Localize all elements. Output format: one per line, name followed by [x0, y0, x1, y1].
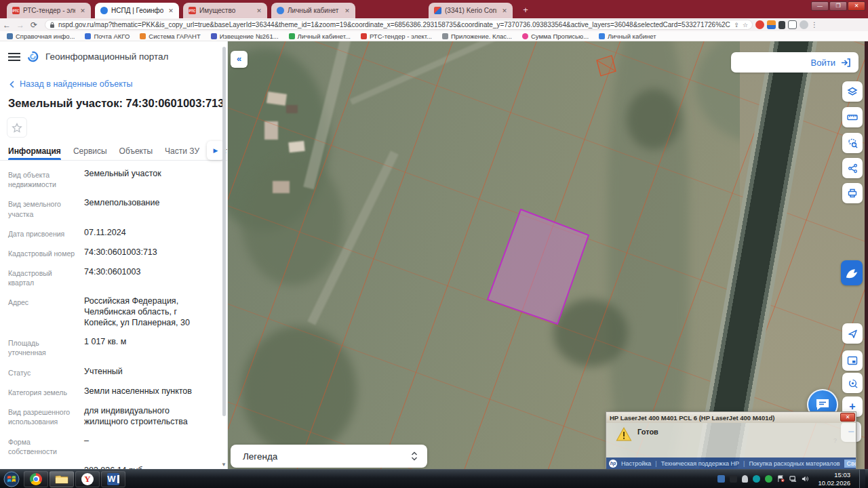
- portal-logo-icon: [27, 51, 39, 62]
- locate-button[interactable]: [842, 323, 863, 344]
- windows-start-icon: [3, 471, 20, 487]
- taskbar-chrome[interactable]: [24, 471, 48, 487]
- area-search-button[interactable]: [842, 133, 863, 153]
- printer-link-settings[interactable]: Настройка: [621, 460, 651, 467]
- bookmark-item[interactable]: Приложение. Клас...: [442, 33, 512, 40]
- tray-user-icon[interactable]: [742, 475, 748, 483]
- tab-title: Имущество: [199, 7, 252, 14]
- start-button[interactable]: [0, 471, 23, 487]
- favorite-button[interactable]: [7, 117, 27, 138]
- chrome-icon: [30, 473, 42, 485]
- taskbar-word[interactable]: W: [101, 471, 125, 487]
- system-tray: 15:03 10.02.2026: [717, 470, 868, 488]
- tray-antivirus-icon[interactable]: [765, 475, 772, 483]
- printer-link-support[interactable]: Техническая поддержка HP: [661, 460, 739, 467]
- screen: РТС РТС-тендер - электронная торг... ✕ Н…: [0, 0, 868, 488]
- bookmark-item[interactable]: Сумма Прописью...: [522, 33, 589, 40]
- panel-scrollbar[interactable]: [222, 47, 226, 416]
- tray-app-icon[interactable]: [717, 475, 725, 483]
- scroll-down-icon[interactable]: ▼: [221, 462, 226, 468]
- tray-app-icon[interactable]: [730, 475, 737, 483]
- forward-button[interactable]: →: [14, 20, 27, 30]
- bookmark-item[interactable]: Почта АКГО: [85, 33, 130, 40]
- navigation-arrow-icon: [848, 329, 858, 339]
- show-desktop-button[interactable]: [859, 470, 865, 488]
- bookmark-item[interactable]: РТС-тендер - элект...: [361, 33, 432, 40]
- field-row: СтатусУчтенный: [8, 367, 213, 378]
- tab-obyekty[interactable]: Объекты: [119, 142, 153, 160]
- taskbar-explorer[interactable]: [50, 471, 74, 487]
- bookmark-item[interactable]: Система ГАРАНТ: [140, 33, 200, 40]
- reload-button[interactable]: ⟳: [27, 20, 41, 30]
- share-button[interactable]: [842, 158, 863, 178]
- taskbar: Y W 15:03 10.02.2026: [0, 469, 868, 488]
- object-fields: Вид объекта недвижимостиЗемельный участо…: [8, 169, 213, 469]
- legend-bar[interactable]: Легенда: [231, 445, 427, 468]
- back-button[interactable]: ←: [0, 20, 14, 30]
- address-bar[interactable]: nspd.gov.ru/map?thematic=PKK&is_copy_url…: [45, 20, 753, 30]
- new-tab-button[interactable]: +: [519, 4, 532, 16]
- chat-bubble-icon: [814, 397, 831, 412]
- back-to-results-link[interactable]: Назад в найденные объекты: [9, 79, 132, 89]
- chrome-menu-icon[interactable]: ⋮: [811, 21, 818, 28]
- tab-title: Личный кабинет: [288, 7, 340, 14]
- profile-avatar[interactable]: [800, 20, 808, 29]
- restore-button[interactable]: ❐: [829, 1, 847, 11]
- bookmark-item[interactable]: Справочная инфо...: [7, 33, 75, 40]
- tab-nspd-active[interactable]: НСПД | Геоинформационный п... ✕: [95, 3, 179, 18]
- share-icon[interactable]: ⇪: [734, 22, 739, 28]
- action-center-flag-icon[interactable]: [777, 475, 785, 483]
- extensions-icon[interactable]: [788, 20, 797, 29]
- tab-close-icon[interactable]: ✕: [255, 7, 263, 14]
- tab-informatsiya[interactable]: Информация: [8, 142, 61, 160]
- reset-view-button[interactable]: [842, 373, 863, 393]
- layers-button[interactable]: [842, 81, 863, 102]
- close-button[interactable]: ✕: [848, 1, 865, 11]
- tab-lichny-kabinet[interactable]: Личный кабинет ✕: [271, 3, 355, 18]
- bookmark-item[interactable]: Личный кабинет: [599, 33, 656, 40]
- map-canvas[interactable]: « Войти + −: [228, 41, 868, 469]
- nspd-basemap-button[interactable]: [841, 260, 863, 285]
- lk-favicon-icon: [277, 7, 284, 14]
- pin-extension-icon[interactable]: [778, 21, 785, 29]
- panel-collapse-button[interactable]: «: [231, 51, 248, 68]
- print-button[interactable]: [842, 183, 863, 203]
- bookmark-item[interactable]: Извещение №261...: [211, 33, 279, 40]
- popup-close-button[interactable]: ✕: [840, 413, 855, 422]
- field-row: Кадастровый квартал74:30:0601003: [8, 267, 213, 287]
- bookmark-favicon: [85, 33, 91, 39]
- minimap-icon: [847, 356, 858, 365]
- taskbar-clock[interactable]: 15:03 10.02.2026: [814, 471, 854, 487]
- ruler-icon: [847, 113, 858, 121]
- tab-close-icon[interactable]: ✕: [79, 7, 87, 14]
- bookmark-favicon: [361, 33, 367, 39]
- tab-kerio[interactable]: (3341) Kerio Connect Client ✕: [429, 3, 513, 18]
- tab-imushchestvo[interactable]: РТС Имущество ✕: [183, 3, 267, 18]
- menu-burger-icon[interactable]: [8, 53, 20, 61]
- tray-app-icon[interactable]: [753, 475, 760, 483]
- tab-close-icon[interactable]: ✕: [343, 7, 351, 14]
- bookmarks-bar: Справочная инфо... Почта АКГО Система ГА…: [0, 31, 868, 41]
- tab-chasti-zu[interactable]: Части ЗУ: [165, 142, 199, 160]
- tab-close-icon[interactable]: ✕: [500, 7, 509, 14]
- login-arrow-icon: [841, 58, 850, 67]
- bookmark-item[interactable]: Личный кабинет...: [289, 33, 351, 40]
- printer-popup-titlebar[interactable]: HP LaserJet 400 M401 PCL 6 (HP LaserJet …: [606, 412, 856, 423]
- minimize-button[interactable]: —: [811, 1, 829, 11]
- bookmark-star-icon[interactable]: ☆: [743, 22, 748, 28]
- network-icon[interactable]: [789, 475, 797, 483]
- tab-servisy[interactable]: Сервисы: [73, 142, 107, 160]
- printer-link-supplies[interactable]: Покупка расходных материалов: [749, 460, 840, 467]
- tab-close-icon[interactable]: ✕: [167, 7, 175, 14]
- login-button[interactable]: Войти: [731, 52, 859, 73]
- tab-rts-tender[interactable]: РТС РТС-тендер - электронная торг... ✕: [7, 3, 91, 18]
- taskbar-yandex[interactable]: Y: [75, 471, 100, 487]
- volume-icon[interactable]: [802, 475, 809, 483]
- printer-link-supplies-info[interactable]: Сведения о расх. мат-лах: [844, 460, 856, 468]
- shield-extension-icon[interactable]: [767, 20, 776, 29]
- measure-button[interactable]: [842, 107, 863, 127]
- polygon-search-icon: [847, 138, 858, 148]
- adblock-extension-icon[interactable]: [755, 20, 764, 29]
- minimap-button[interactable]: [842, 350, 863, 371]
- clock-date: 10.02.2026: [818, 479, 850, 487]
